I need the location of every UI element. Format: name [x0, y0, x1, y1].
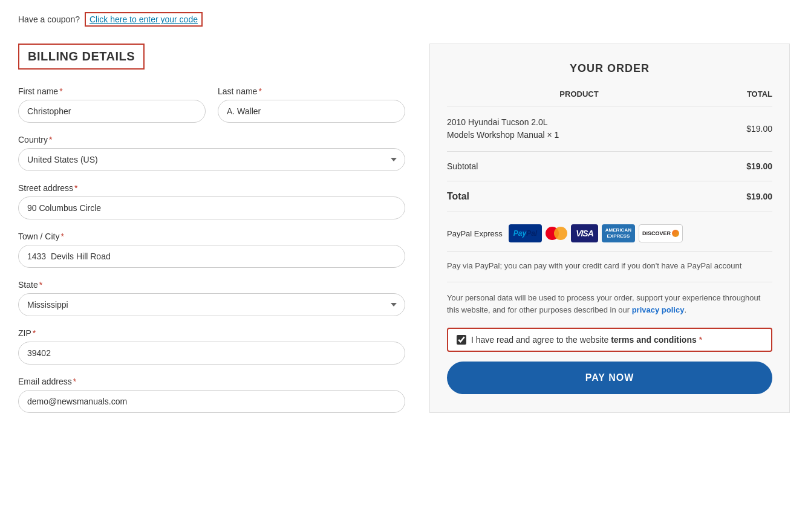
product-name: 2010 Hyundai Tucson 2.0L Models Workshop…: [447, 116, 711, 141]
paypal-icon: PayPal: [509, 224, 542, 242]
order-section: YOUR ORDER PRODUCT TOTAL 2010 Hyundai Tu…: [429, 44, 790, 413]
privacy-note: Your personal data will be used to proce…: [447, 282, 772, 317]
street-group: Street address*: [18, 183, 405, 219]
amex-icon: AMERICANEXPRESS: [602, 224, 635, 242]
state-group: State* Mississippi Alabama Alaska Arizon…: [18, 280, 405, 316]
total-value: $19.00: [711, 181, 772, 212]
privacy-link[interactable]: privacy policy: [632, 305, 685, 314]
last-name-group: Last name*: [218, 86, 405, 123]
paypal-label: PayPal Express: [447, 229, 503, 238]
city-input[interactable]: [18, 245, 405, 268]
mastercard-icon: [546, 224, 567, 242]
city-label: Town / City*: [18, 232, 405, 241]
terms-row: I have read and agree to the website ter…: [447, 328, 772, 352]
terms-checkbox[interactable]: [457, 335, 466, 345]
subtotal-label: Subtotal: [447, 152, 711, 181]
zip-group: ZIP*: [18, 328, 405, 365]
coupon-link[interactable]: Click here to enter your code: [85, 12, 203, 27]
country-select-wrapper: United States (US) Canada United Kingdom…: [18, 148, 405, 171]
billing-section: BILLING DETAILS First name* Last name*: [18, 44, 405, 425]
first-name-input[interactable]: [18, 100, 206, 123]
email-group: Email address*: [18, 377, 405, 413]
order-table: PRODUCT TOTAL 2010 Hyundai Tucson 2.0L M…: [447, 89, 772, 212]
product-row: 2010 Hyundai Tucson 2.0L Models Workshop…: [447, 106, 772, 152]
name-row: First name* Last name*: [18, 86, 405, 123]
pay-now-button[interactable]: PAY NOW: [447, 362, 772, 394]
email-input[interactable]: [18, 390, 405, 413]
coupon-bar: Have a coupon? Click here to enter your …: [18, 12, 790, 27]
visa-icon: VISA: [571, 224, 598, 242]
discover-icon: DISCOVER: [639, 224, 683, 242]
col-product: PRODUCT: [447, 89, 711, 106]
last-name-input[interactable]: [218, 100, 405, 123]
last-name-label: Last name*: [218, 86, 405, 96]
country-select[interactable]: United States (US) Canada United Kingdom…: [18, 148, 405, 171]
state-select-wrapper: Mississippi Alabama Alaska Arizona Calif…: [18, 293, 405, 316]
street-input[interactable]: [18, 196, 405, 219]
city-group: Town / City*: [18, 232, 405, 268]
billing-title: BILLING DETAILS: [18, 44, 145, 70]
payment-icons: PayPal VISA AMERICANEXPRESS DISCOVER: [509, 224, 683, 242]
email-label: Email address*: [18, 377, 405, 386]
state-label: State*: [18, 280, 405, 290]
product-price: $19.00: [711, 106, 772, 152]
zip-input[interactable]: [18, 342, 405, 365]
zip-label: ZIP*: [18, 328, 405, 338]
total-row: Total $19.00: [447, 181, 772, 212]
first-name-label: First name*: [18, 86, 206, 96]
first-name-group: First name*: [18, 86, 206, 123]
state-select[interactable]: Mississippi Alabama Alaska Arizona Calif…: [18, 293, 405, 316]
subtotal-value: $19.00: [711, 152, 772, 181]
subtotal-row: Subtotal $19.00: [447, 152, 772, 181]
country-group: Country* United States (US) Canada Unite…: [18, 135, 405, 171]
order-title: YOUR ORDER: [447, 62, 772, 75]
street-label: Street address*: [18, 183, 405, 193]
country-label: Country*: [18, 135, 405, 144]
coupon-label: Have a coupon?: [18, 15, 80, 24]
col-total: TOTAL: [711, 89, 772, 106]
terms-text: I have read and agree to the website ter…: [471, 335, 702, 345]
total-label: Total: [447, 181, 711, 212]
terms-link[interactable]: terms and conditions: [611, 335, 697, 345]
paypal-note: Pay via PayPal; you can pay with your cr…: [447, 251, 772, 272]
paypal-section: PayPal Express PayPal VISA AMERICANEXPRE…: [447, 224, 772, 242]
